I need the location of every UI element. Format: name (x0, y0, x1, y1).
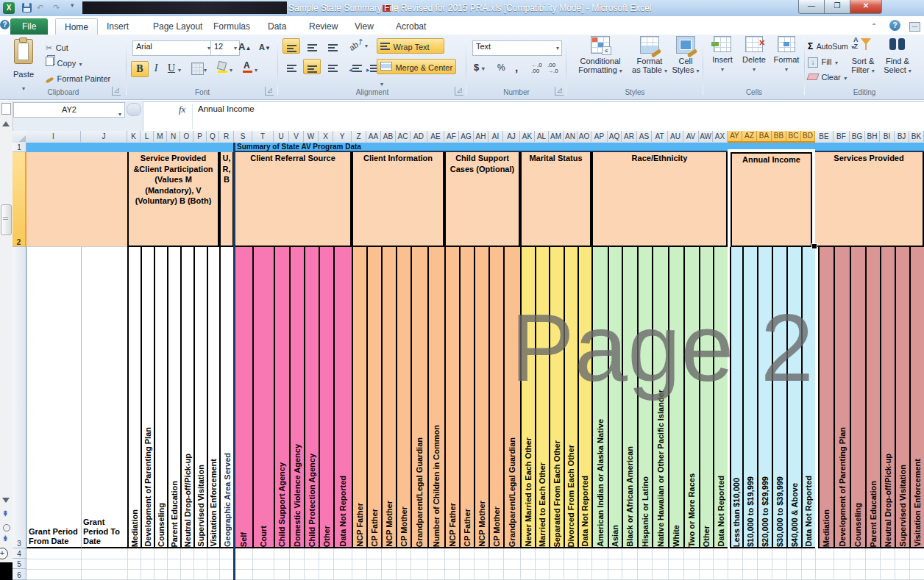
group-header-client-referral-source[interactable]: Client Referral Source (234, 152, 352, 247)
align-bottom-button[interactable] (324, 38, 341, 54)
column-header-AS[interactable]: AS (637, 131, 652, 142)
column-header-AL[interactable]: AL (535, 131, 549, 142)
field-header-O[interactable]: Neutral Drop-off/Pick-up (180, 247, 193, 548)
plus-circle-icon[interactable]: + (0, 548, 8, 559)
group-header-annual-income[interactable]: Annual Income (731, 152, 812, 247)
tab-insert[interactable]: Insert (98, 18, 138, 35)
close-button[interactable]: ✕ (850, 0, 882, 14)
column-header-AE[interactable]: AE (427, 131, 444, 142)
page-down-icon[interactable]: ⇟ (2, 534, 8, 543)
column-header-BJ[interactable]: BJ (895, 131, 909, 142)
field-header-X[interactable]: Other (319, 247, 333, 548)
bold-button[interactable]: B (131, 61, 149, 77)
column-header-AB[interactable]: AB (381, 131, 396, 142)
cut-button[interactable]: ✂ Cut (46, 40, 68, 54)
column-header-AN[interactable]: AN (564, 131, 578, 142)
column-header-BK[interactable]: BK (909, 131, 924, 142)
field-header-AC[interactable]: CP Mother (396, 247, 411, 548)
merge-center-button[interactable]: Merge & Center ▾ (377, 59, 456, 74)
autosum-button[interactable]: Σ AutoSum ▾ (808, 39, 854, 52)
field-header-J[interactable]: Grant Period To Date (81, 247, 127, 548)
field-header-AG[interactable]: CP Father (459, 247, 474, 548)
column-header-AH[interactable]: AH (474, 131, 488, 142)
excel-app-icon[interactable]: X (3, 2, 15, 14)
align-left-button[interactable] (282, 59, 300, 74)
format-painter-button[interactable]: Format Painter (46, 71, 110, 85)
group-header-race-ethnicity[interactable]: Race/Ethnicity (591, 152, 728, 247)
align-top-button[interactable] (282, 38, 300, 54)
delete-cells-button[interactable]: × Delete▾ (739, 36, 770, 73)
borders-dd-icon[interactable]: ▾ (204, 64, 207, 74)
collapse-ribbon-icon[interactable]: ˆ (873, 22, 875, 31)
clipboard-launcher-icon[interactable]: ◿ (112, 87, 121, 96)
column-header-X[interactable]: X (319, 131, 333, 142)
row-header-2[interactable]: 2 (13, 152, 26, 247)
banner-row[interactable]: Summary of State AV Program Data (26, 143, 924, 152)
italic-button[interactable]: I (150, 61, 162, 76)
align-center-button[interactable] (303, 59, 321, 74)
shrink-font-button[interactable]: A▼ (259, 43, 271, 51)
split-box-icon[interactable] (1, 103, 11, 115)
column-header-AT[interactable]: AT (652, 131, 668, 142)
orientation-dd-icon[interactable]: ▾ (365, 43, 368, 49)
row-header-4[interactable]: 4 (13, 548, 26, 559)
column-header-AG[interactable]: AG (459, 131, 474, 142)
field-header-AD[interactable]: Grandparent/Legal Guardian (411, 247, 427, 548)
fill-color-button[interactable] (216, 62, 228, 74)
field-header-I[interactable]: Grant Period From Date (26, 247, 81, 548)
column-header-R[interactable]: R (219, 131, 234, 142)
column-header-AF[interactable]: AF (444, 131, 459, 142)
group-header-marital-status[interactable]: Marital Status (520, 152, 591, 247)
insert-cells-button[interactable]: Insert▾ (708, 36, 737, 73)
column-header-BI[interactable]: BI (880, 131, 895, 142)
column-header-AK[interactable]: AK (520, 131, 535, 142)
column-header-M[interactable]: M (154, 131, 167, 142)
decrease-decimal-button[interactable]: .00→.0 (547, 62, 558, 74)
sort-filter-button[interactable]: AZ Sort &Filter ▾ (849, 36, 877, 76)
column-header-BD[interactable]: BD (801, 131, 815, 143)
field-header-BH[interactable]: Parent Education (865, 247, 880, 548)
format-cells-button[interactable]: Format▾ (771, 36, 802, 73)
group-header-services-provided[interactable]: Services Provided (815, 152, 924, 247)
font-color-button[interactable]: A (241, 60, 253, 74)
column-header-Q[interactable]: Q (207, 131, 219, 142)
field-header-AA[interactable]: CP Father (366, 247, 381, 548)
tab-formulas[interactable]: Formulas (205, 18, 259, 35)
column-header-AW[interactable]: AW (699, 131, 713, 142)
scroll-up-icon[interactable] (2, 121, 10, 126)
tab-page-layout[interactable]: Page Layout (144, 18, 211, 35)
tab-home[interactable]: Home (55, 18, 98, 35)
column-header-J[interactable]: J (81, 131, 127, 142)
column-header-N[interactable]: N (167, 131, 180, 142)
column-header-BF[interactable]: BF (834, 131, 850, 142)
group-header-child-support-cases-optional-[interactable]: Child Support Cases (Optional) (444, 152, 520, 247)
column-header-AP[interactable]: AP (591, 131, 608, 142)
column-header-V[interactable]: V (289, 131, 304, 142)
formula-bar-splitter[interactable] (127, 103, 141, 116)
row-header-1[interactable]: 1 (13, 143, 26, 152)
field-header-Q[interactable]: Visitation Enforcement (207, 247, 219, 548)
increase-decimal-button[interactable]: ←.0.00 (531, 62, 542, 74)
field-header-K[interactable]: Mediation (127, 247, 141, 548)
field-header-AB[interactable]: NCP Mother (381, 247, 396, 548)
tab-acrobat[interactable]: Acrobat (387, 18, 435, 35)
currency-button[interactable]: $ ▾ (474, 62, 485, 73)
column-header-AQ[interactable]: AQ (608, 131, 622, 142)
column-header-W[interactable]: W (304, 131, 319, 142)
tab-review[interactable]: Review (300, 18, 346, 35)
tab-view[interactable]: View (346, 18, 383, 35)
number-format-select[interactable]: Text▾ (472, 40, 562, 56)
column-header-K[interactable]: K (127, 131, 141, 142)
column-header-AZ[interactable]: AZ (742, 131, 757, 143)
underline-dd-icon[interactable]: ▾ (178, 64, 181, 74)
format-as-table-button[interactable]: Formatas Table ▾ (631, 36, 668, 76)
number-launcher-icon[interactable]: ◿ (555, 87, 564, 96)
column-header-AO[interactable]: AO (578, 131, 591, 142)
wrap-text-button[interactable]: Wrap Text (377, 38, 444, 54)
group-header-client-information[interactable]: Client Information (352, 152, 444, 247)
field-header-P[interactable]: Supervised Visitation (193, 247, 207, 548)
clear-button[interactable]: Clear ▾ (808, 70, 847, 83)
group-header-blank[interactable] (26, 152, 127, 247)
font-family-select[interactable]: Arial▾ (132, 40, 213, 56)
help-icon[interactable]: ? (889, 20, 900, 31)
